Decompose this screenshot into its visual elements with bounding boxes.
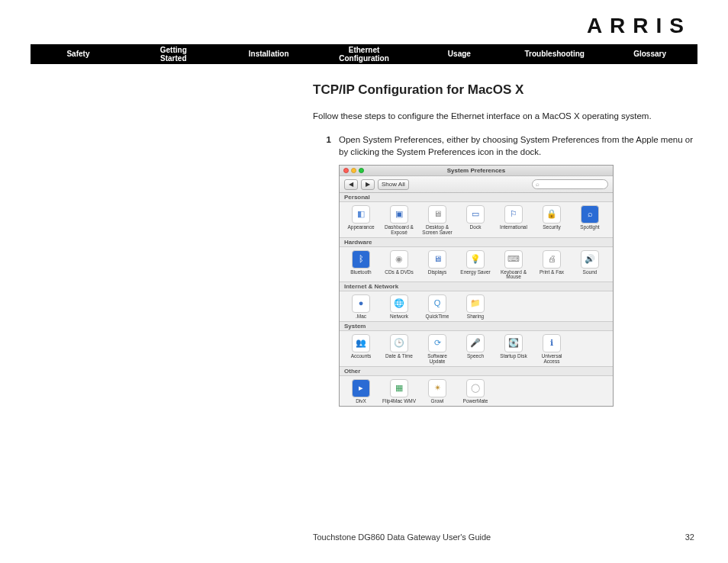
date-time-icon: 🕒 [390, 334, 408, 352]
divx-icon: ▸ [352, 379, 370, 397]
intro-text: Follow these steps to configure the Ethe… [313, 110, 694, 123]
page-footer: Touchstone DG860 Data Gateway User's Gui… [313, 532, 694, 542]
pref-appearance[interactable]: ◧Appearance [343, 205, 379, 236]
pref-label: Sharing [467, 314, 484, 320]
desktop-screen-saver-icon: 🖥 [428, 205, 446, 224]
pref-label: Universal Access [533, 354, 570, 365]
pref-growl[interactable]: ✴Growl [419, 379, 456, 404]
search-input[interactable]: ⌕ [532, 179, 608, 189]
pref-startup-disk[interactable]: 💽Startup Disk [495, 334, 532, 365]
nav-item-safety[interactable]: Safety [31, 50, 126, 59]
pref-label: CDs & DVDs [385, 270, 414, 275]
nav-item-getting-started[interactable]: GettingStarted [126, 46, 221, 63]
pref-energy-saver[interactable]: 💡Energy Saver [457, 250, 494, 281]
pref-powermate[interactable]: ◯PowerMate [457, 379, 494, 404]
pref-desktop-screen-saver[interactable]: 🖥Desktop & Screen Saver [419, 205, 456, 236]
pref-label: Sound [583, 270, 598, 275]
growl-icon: ✴ [428, 379, 446, 397]
nav-item-glossary[interactable]: Glossary [602, 50, 697, 59]
pref-label: Keyboard & Mouse [495, 270, 532, 281]
pref-network[interactable]: 🌐Network [381, 294, 417, 320]
sp-row: ●.Mac🌐NetworkQQuickTime📁Sharing [340, 291, 613, 321]
pref-label: International [500, 225, 527, 230]
pref-label: Desktop & Screen Saver [419, 225, 456, 236]
pref-label: Displays [428, 270, 447, 275]
sp-sections: Personal◧Appearance▣Dashboard & Exposé🖥D… [340, 193, 613, 406]
system-preferences-window: System Preferences ◀ ▶ Show All ⌕ Person… [339, 165, 614, 407]
pref-label: QuickTime [426, 314, 449, 320]
pref-flip-mac-wmv[interactable]: ▦Flip4Mac WMV [381, 379, 417, 404]
sound-icon: 🔊 [581, 250, 599, 269]
international-icon: ⚐ [504, 205, 523, 224]
quicktime-icon: Q [428, 294, 446, 313]
pref-label: Flip4Mac WMV [382, 399, 416, 404]
pref-dashboard-expos-[interactable]: ▣Dashboard & Exposé [381, 205, 417, 236]
page-title: TCP/IP Configuration for MacOS X [313, 82, 694, 98]
pref-quicktime[interactable]: QQuickTime [419, 294, 456, 320]
pref-software-update[interactable]: ⟳Software Update [419, 334, 456, 365]
sp-row: 👥Accounts🕒Date & Time⟳Software Update🎤Sp… [340, 331, 613, 366]
sp-section-personal: Personal [340, 193, 613, 202]
nav-item-troubleshooting[interactable]: Troubleshooting [507, 50, 602, 59]
show-all-button[interactable]: Show All [378, 179, 409, 190]
pref-displays[interactable]: 🖥Displays [419, 250, 456, 281]
pref-universal-access[interactable]: ℹUniversal Access [533, 334, 570, 365]
sp-row: ▸DivX▦Flip4Mac WMV✴Growl◯PowerMate [340, 376, 613, 406]
page-number: 32 [685, 532, 694, 542]
pref-keyboard-mouse[interactable]: ⌨Keyboard & Mouse [495, 250, 532, 281]
search-icon: ⌕ [536, 181, 540, 188]
sp-titlebar: System Preferences [340, 166, 613, 176]
sp-section-system: System [340, 321, 613, 331]
flip-mac-wmv-icon: ▦ [390, 379, 408, 397]
energy-saver-icon: 💡 [466, 250, 485, 269]
pref-sound[interactable]: 🔊Sound [572, 250, 608, 281]
universal-access-icon: ℹ [543, 334, 561, 352]
displays-icon: 🖥 [428, 250, 446, 269]
pref-label: Energy Saver [460, 270, 490, 275]
back-button[interactable]: ◀ [344, 179, 358, 190]
cds-dvds-icon: ◉ [390, 250, 408, 269]
nav-item-installation[interactable]: Installation [221, 50, 317, 59]
footer-title: Touchstone DG860 Data Gateway User's Gui… [313, 532, 491, 542]
sp-section-other: Other [340, 366, 613, 376]
pref-cds-dvds[interactable]: ◉CDs & DVDs [381, 250, 417, 281]
main-content: TCP/IP Configuration for MacOS X Follow … [313, 82, 694, 407]
pref-spotlight[interactable]: ⌕Spotlight [572, 205, 608, 236]
sharing-icon: 📁 [466, 294, 485, 313]
pref-accounts[interactable]: 👥Accounts [343, 334, 379, 365]
pref-international[interactable]: ⚐International [495, 205, 532, 236]
forward-button[interactable]: ▶ [361, 179, 375, 190]
pref-label: Accounts [351, 354, 372, 359]
pref-label: Growl [431, 399, 444, 404]
nav-item-ethernet-configuration[interactable]: EthernetConfiguration [317, 46, 412, 63]
pref-label: Network [390, 314, 408, 320]
security-icon: 🔒 [543, 205, 561, 224]
pref-label: .Mac [356, 314, 366, 320]
speech-icon: 🎤 [466, 334, 485, 352]
dock-icon: ▭ [466, 205, 485, 224]
pref-label: Print & Fax [540, 270, 564, 275]
nav-item-usage[interactable]: Usage [411, 50, 507, 59]
pref-divx[interactable]: ▸DivX [343, 379, 379, 404]
accounts-icon: 👥 [352, 334, 370, 352]
pref-print-fax[interactable]: 🖨Print & Fax [533, 250, 570, 281]
pref-sharing[interactable]: 📁Sharing [457, 294, 494, 320]
pref-label: Dashboard & Exposé [381, 225, 417, 236]
pref-bluetooth[interactable]: ᛒBluetooth [343, 250, 379, 281]
pref-speech[interactable]: 🎤Speech [457, 334, 494, 365]
top-navbar: SafetyGettingStartedInstallationEthernet… [31, 44, 697, 64]
network-icon: 🌐 [390, 294, 408, 313]
keyboard-mouse-icon: ⌨ [504, 250, 523, 269]
pref-label: Startup Disk [500, 354, 527, 359]
pref--mac[interactable]: ●.Mac [343, 294, 379, 320]
pref-dock[interactable]: ▭Dock [457, 205, 494, 236]
pref-date-time[interactable]: 🕒Date & Time [381, 334, 417, 365]
pref-security[interactable]: 🔒Security [533, 205, 570, 236]
sp-section-hardware: Hardware [340, 237, 613, 247]
pref-label: Speech [467, 354, 484, 359]
spotlight-icon: ⌕ [581, 205, 599, 224]
pref-label: Security [543, 225, 560, 230]
step-number: 1 [313, 134, 339, 159]
sp-row: ᛒBluetooth◉CDs & DVDs🖥Displays💡Energy Sa… [340, 247, 613, 282]
pref-label: Spotlight [580, 225, 599, 230]
